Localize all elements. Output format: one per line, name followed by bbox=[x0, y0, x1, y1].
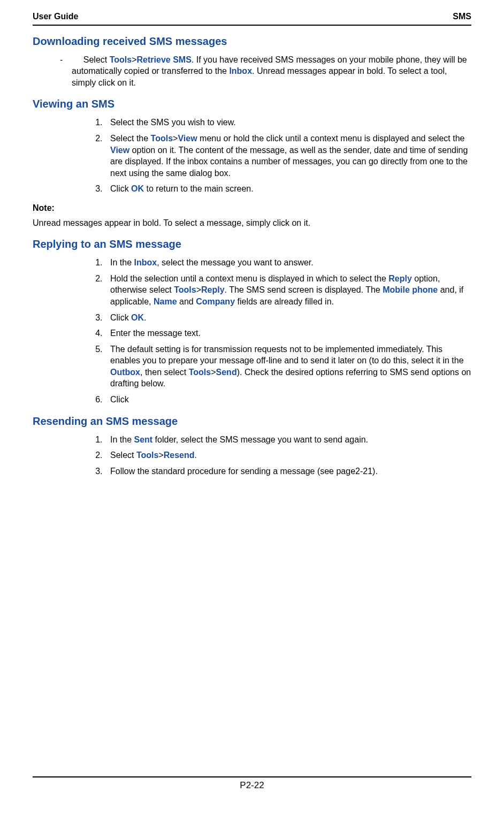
section-title-reply: Replying to an SMS message bbox=[33, 237, 471, 251]
menu-send: Send bbox=[216, 368, 237, 377]
menu-reply: Reply bbox=[201, 285, 225, 294]
view-step-3: Click OK to return to the main screen. bbox=[105, 183, 471, 195]
download-item: Select Tools>Retrieve SMS. If you have r… bbox=[72, 54, 471, 89]
reply-step-5: The default setting is for transmission … bbox=[105, 344, 471, 390]
view-steps: Select the SMS you wish to view. Select … bbox=[33, 117, 471, 195]
resend-step-2: Select Tools>Resend. bbox=[105, 449, 471, 461]
menu-resend: Resend bbox=[164, 451, 195, 460]
label-inbox: Inbox bbox=[134, 258, 157, 267]
reply-step-4: Enter the message text. bbox=[105, 327, 471, 339]
button-ok: OK bbox=[131, 313, 144, 322]
field-company: Company bbox=[196, 297, 235, 306]
menu-retrieve-sms: Retrieve SMS bbox=[137, 55, 192, 64]
reply-step-2: Hold the selection until a context menu … bbox=[105, 273, 471, 308]
section-title-view: Viewing an SMS bbox=[33, 97, 471, 111]
view-step-2: Select the Tools>View menu or hold the c… bbox=[105, 133, 471, 179]
section-title-resend: Resending an SMS message bbox=[33, 414, 471, 429]
menu-tools: Tools bbox=[174, 285, 196, 294]
resend-step-3: Follow the standard procedure for sendin… bbox=[105, 466, 471, 477]
note-text: Unread messages appear in bold. To selec… bbox=[33, 217, 471, 229]
reply-step-1: In the Inbox, select the message you wan… bbox=[105, 257, 471, 269]
footer-rule bbox=[33, 776, 471, 777]
note-label: Note: bbox=[33, 202, 471, 214]
resend-steps: In the Sent folder, select the SMS messa… bbox=[33, 434, 471, 477]
page-number: P2-22 bbox=[33, 780, 471, 792]
label-outbox: Outbox bbox=[110, 368, 140, 377]
menu-tools: Tools bbox=[136, 451, 158, 460]
reply-step-6: Click bbox=[105, 394, 471, 406]
folder-sent: Sent bbox=[134, 435, 152, 444]
view-step-1: Select the SMS you wish to view. bbox=[105, 117, 471, 128]
header-left: User Guide bbox=[33, 11, 78, 22]
reply-step-3: Click OK. bbox=[105, 312, 471, 324]
menu-tools: Tools bbox=[110, 55, 132, 64]
label-inbox: Inbox bbox=[229, 66, 252, 75]
reply-steps: In the Inbox, select the message you wan… bbox=[33, 257, 471, 406]
resend-step-1: In the Sent folder, select the SMS messa… bbox=[105, 434, 471, 446]
menu-tools: Tools bbox=[189, 368, 211, 377]
label-view: View bbox=[110, 146, 129, 155]
button-ok: OK bbox=[131, 184, 144, 193]
field-name: Name bbox=[154, 297, 177, 306]
header-right: SMS bbox=[453, 11, 471, 22]
page-header: User Guide SMS bbox=[33, 11, 471, 22]
menu-view: View bbox=[178, 134, 197, 143]
download-list: Select Tools>Retrieve SMS. If you have r… bbox=[33, 54, 471, 89]
menu-tools: Tools bbox=[151, 134, 173, 143]
section-title-download: Downloading received SMS messages bbox=[33, 34, 471, 49]
field-mobile-phone: Mobile phone bbox=[383, 285, 438, 294]
header-rule bbox=[33, 25, 471, 26]
menu-reply: Reply bbox=[388, 274, 412, 283]
